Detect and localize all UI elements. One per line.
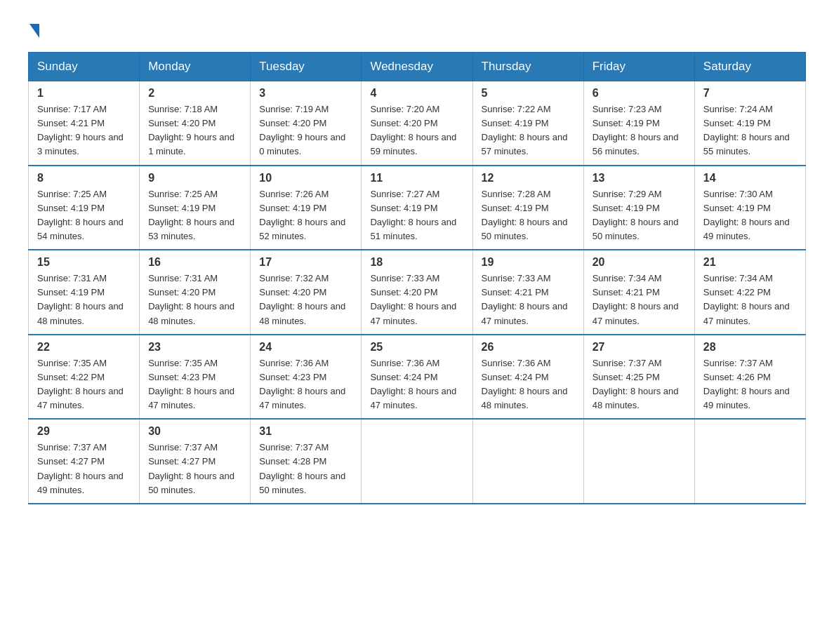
- day-info: Sunrise: 7:22 AMSunset: 4:19 PMDaylight:…: [482, 102, 575, 159]
- day-number: 27: [593, 341, 686, 354]
- calendar-cell: [694, 419, 805, 504]
- calendar-cell: 6 Sunrise: 7:23 AMSunset: 4:19 PMDayligh…: [583, 81, 694, 166]
- calendar-cell: 19 Sunrise: 7:33 AMSunset: 4:21 PMDaylig…: [472, 250, 583, 335]
- calendar-cell: 14 Sunrise: 7:30 AMSunset: 4:19 PMDaylig…: [694, 166, 805, 250]
- day-number: 31: [259, 425, 352, 438]
- day-number: 18: [370, 256, 463, 269]
- calendar-cell: 15 Sunrise: 7:31 AMSunset: 4:19 PMDaylig…: [29, 250, 140, 335]
- day-info: Sunrise: 7:27 AMSunset: 4:19 PMDaylight:…: [370, 187, 463, 244]
- day-number: 6: [593, 87, 686, 100]
- day-info: Sunrise: 7:32 AMSunset: 4:20 PMDaylight:…: [259, 271, 352, 328]
- day-info: Sunrise: 7:23 AMSunset: 4:19 PMDaylight:…: [593, 102, 686, 159]
- calendar-cell: 11 Sunrise: 7:27 AMSunset: 4:19 PMDaylig…: [362, 166, 472, 250]
- calendar-cell: 31 Sunrise: 7:37 AMSunset: 4:28 PMDaylig…: [251, 419, 362, 504]
- day-number: 17: [259, 256, 352, 269]
- calendar-cell: 12 Sunrise: 7:28 AMSunset: 4:19 PMDaylig…: [472, 166, 583, 250]
- calendar-week-5: 29 Sunrise: 7:37 AMSunset: 4:27 PMDaylig…: [29, 419, 806, 504]
- day-info: Sunrise: 7:37 AMSunset: 4:27 PMDaylight:…: [37, 441, 131, 497]
- calendar-cell: 5 Sunrise: 7:22 AMSunset: 4:19 PMDayligh…: [472, 81, 583, 166]
- day-number: 19: [482, 256, 575, 269]
- day-info: Sunrise: 7:25 AMSunset: 4:19 PMDaylight:…: [37, 187, 131, 244]
- day-info: Sunrise: 7:37 AMSunset: 4:27 PMDaylight:…: [148, 441, 241, 497]
- day-info: Sunrise: 7:36 AMSunset: 4:24 PMDaylight:…: [482, 356, 575, 413]
- calendar-header-wednesday: Wednesday: [362, 53, 472, 81]
- calendar-cell: 25 Sunrise: 7:36 AMSunset: 4:24 PMDaylig…: [362, 335, 472, 420]
- day-number: 10: [259, 172, 352, 185]
- day-info: Sunrise: 7:19 AMSunset: 4:20 PMDaylight:…: [259, 102, 352, 159]
- day-info: Sunrise: 7:36 AMSunset: 4:24 PMDaylight:…: [370, 356, 463, 413]
- calendar-cell: 27 Sunrise: 7:37 AMSunset: 4:25 PMDaylig…: [583, 335, 694, 420]
- calendar-cell: 26 Sunrise: 7:36 AMSunset: 4:24 PMDaylig…: [472, 335, 583, 420]
- day-number: 22: [37, 341, 131, 354]
- day-info: Sunrise: 7:20 AMSunset: 4:20 PMDaylight:…: [370, 102, 463, 159]
- calendar-cell: 4 Sunrise: 7:20 AMSunset: 4:20 PMDayligh…: [362, 81, 472, 166]
- calendar-cell: 8 Sunrise: 7:25 AMSunset: 4:19 PMDayligh…: [29, 166, 140, 250]
- calendar-header-thursday: Thursday: [472, 53, 583, 81]
- calendar-header-saturday: Saturday: [694, 53, 805, 81]
- calendar-cell: [362, 419, 472, 504]
- calendar-cell: 7 Sunrise: 7:24 AMSunset: 4:19 PMDayligh…: [694, 81, 805, 166]
- day-info: Sunrise: 7:18 AMSunset: 4:20 PMDaylight:…: [148, 102, 241, 159]
- calendar-cell: 13 Sunrise: 7:29 AMSunset: 4:19 PMDaylig…: [583, 166, 694, 250]
- calendar-cell: 22 Sunrise: 7:35 AMSunset: 4:22 PMDaylig…: [29, 335, 140, 420]
- logo: [28, 21, 39, 38]
- day-number: 7: [703, 87, 797, 100]
- day-number: 16: [148, 256, 241, 269]
- day-info: Sunrise: 7:36 AMSunset: 4:23 PMDaylight:…: [259, 356, 352, 413]
- calendar-header-monday: Monday: [140, 53, 251, 81]
- day-info: Sunrise: 7:33 AMSunset: 4:21 PMDaylight:…: [482, 271, 575, 328]
- calendar-header-sunday: Sunday: [29, 53, 140, 81]
- day-number: 26: [482, 341, 575, 354]
- calendar-week-3: 15 Sunrise: 7:31 AMSunset: 4:19 PMDaylig…: [29, 250, 806, 335]
- day-info: Sunrise: 7:37 AMSunset: 4:28 PMDaylight:…: [259, 441, 352, 497]
- day-info: Sunrise: 7:28 AMSunset: 4:19 PMDaylight:…: [482, 187, 575, 244]
- calendar-cell: 21 Sunrise: 7:34 AMSunset: 4:22 PMDaylig…: [694, 250, 805, 335]
- day-info: Sunrise: 7:26 AMSunset: 4:19 PMDaylight:…: [259, 187, 352, 244]
- calendar-header-row: SundayMondayTuesdayWednesdayThursdayFrid…: [29, 53, 806, 81]
- calendar-cell: [472, 419, 583, 504]
- day-info: Sunrise: 7:31 AMSunset: 4:20 PMDaylight:…: [148, 271, 241, 328]
- calendar-week-2: 8 Sunrise: 7:25 AMSunset: 4:19 PMDayligh…: [29, 166, 806, 250]
- day-number: 30: [148, 425, 241, 438]
- page-header: [28, 21, 806, 38]
- day-info: Sunrise: 7:30 AMSunset: 4:19 PMDaylight:…: [703, 187, 797, 244]
- calendar-cell: 2 Sunrise: 7:18 AMSunset: 4:20 PMDayligh…: [140, 81, 251, 166]
- day-number: 9: [148, 172, 241, 185]
- day-info: Sunrise: 7:35 AMSunset: 4:23 PMDaylight:…: [148, 356, 241, 413]
- calendar-cell: 9 Sunrise: 7:25 AMSunset: 4:19 PMDayligh…: [140, 166, 251, 250]
- day-number: 4: [370, 87, 463, 100]
- day-number: 23: [148, 341, 241, 354]
- calendar-header-friday: Friday: [583, 53, 694, 81]
- day-number: 3: [259, 87, 352, 100]
- calendar-table: SundayMondayTuesdayWednesdayThursdayFrid…: [28, 52, 806, 504]
- day-number: 29: [37, 425, 131, 438]
- day-info: Sunrise: 7:25 AMSunset: 4:19 PMDaylight:…: [148, 187, 241, 244]
- day-info: Sunrise: 7:31 AMSunset: 4:19 PMDaylight:…: [37, 271, 131, 328]
- day-number: 21: [703, 256, 797, 269]
- calendar-cell: 29 Sunrise: 7:37 AMSunset: 4:27 PMDaylig…: [29, 419, 140, 504]
- logo-arrow-icon: [29, 24, 39, 38]
- calendar-week-1: 1 Sunrise: 7:17 AMSunset: 4:21 PMDayligh…: [29, 81, 806, 166]
- calendar-cell: 23 Sunrise: 7:35 AMSunset: 4:23 PMDaylig…: [140, 335, 251, 420]
- day-number: 12: [482, 172, 575, 185]
- day-info: Sunrise: 7:35 AMSunset: 4:22 PMDaylight:…: [37, 356, 131, 413]
- calendar-cell: 28 Sunrise: 7:37 AMSunset: 4:26 PMDaylig…: [694, 335, 805, 420]
- day-number: 15: [37, 256, 131, 269]
- calendar-cell: 3 Sunrise: 7:19 AMSunset: 4:20 PMDayligh…: [251, 81, 362, 166]
- day-number: 8: [37, 172, 131, 185]
- calendar-cell: [583, 419, 694, 504]
- day-info: Sunrise: 7:34 AMSunset: 4:21 PMDaylight:…: [593, 271, 686, 328]
- calendar-cell: 17 Sunrise: 7:32 AMSunset: 4:20 PMDaylig…: [251, 250, 362, 335]
- day-number: 14: [703, 172, 797, 185]
- calendar-week-4: 22 Sunrise: 7:35 AMSunset: 4:22 PMDaylig…: [29, 335, 806, 420]
- calendar-cell: 20 Sunrise: 7:34 AMSunset: 4:21 PMDaylig…: [583, 250, 694, 335]
- day-number: 20: [593, 256, 686, 269]
- day-info: Sunrise: 7:29 AMSunset: 4:19 PMDaylight:…: [593, 187, 686, 244]
- calendar-cell: 10 Sunrise: 7:26 AMSunset: 4:19 PMDaylig…: [251, 166, 362, 250]
- calendar-header-tuesday: Tuesday: [251, 53, 362, 81]
- day-number: 13: [593, 172, 686, 185]
- day-number: 25: [370, 341, 463, 354]
- day-info: Sunrise: 7:37 AMSunset: 4:26 PMDaylight:…: [703, 356, 797, 413]
- day-number: 28: [703, 341, 797, 354]
- calendar-cell: 24 Sunrise: 7:36 AMSunset: 4:23 PMDaylig…: [251, 335, 362, 420]
